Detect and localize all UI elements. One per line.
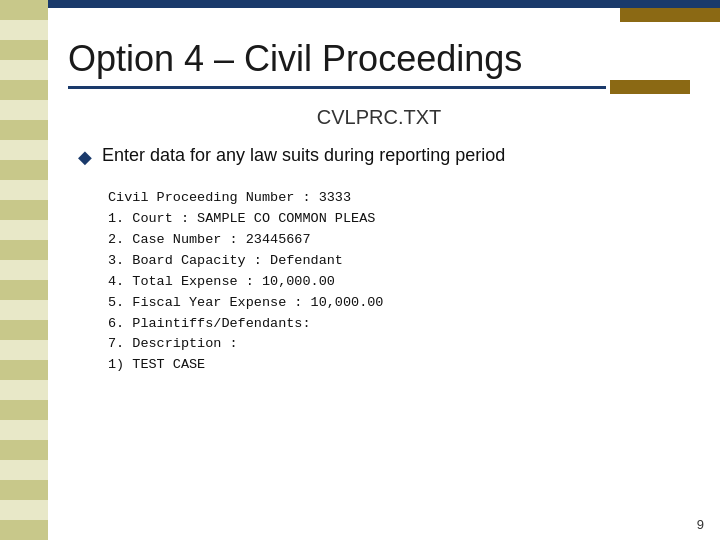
page-title: Option 4 – Civil Proceedings bbox=[68, 38, 690, 80]
code-block: Civil Proceeding Number : 3333 1. Court … bbox=[68, 188, 690, 376]
divider-accent bbox=[610, 80, 690, 94]
code-line-9: 1) TEST CASE bbox=[108, 355, 690, 376]
code-line-2: 1. Court : SAMPLE CO COMMON PLEAS bbox=[108, 209, 690, 230]
code-line-4: 3. Board Capacity : Defendant bbox=[108, 251, 690, 272]
title-section: Option 4 – Civil Proceedings bbox=[68, 38, 690, 94]
title-divider-row bbox=[68, 80, 690, 94]
code-line-5: 4. Total Expense : 10,000.00 bbox=[108, 272, 690, 293]
bullet-text: Enter data for any law suits during repo… bbox=[102, 145, 505, 166]
bullet-section: ◆ Enter data for any law suits during re… bbox=[68, 145, 690, 168]
bullet-icon: ◆ bbox=[78, 146, 92, 168]
code-line-1: Civil Proceeding Number : 3333 bbox=[108, 188, 690, 209]
code-line-3: 2. Case Number : 23445667 bbox=[108, 230, 690, 251]
subtitle: CVLPRC.TXT bbox=[68, 106, 690, 129]
code-line-7: 6. Plaintiffs/Defendants: bbox=[108, 314, 690, 335]
code-line-8: 7. Description : bbox=[108, 334, 690, 355]
code-line-6: 5. Fiscal Year Expense : 10,000.00 bbox=[108, 293, 690, 314]
left-stripe bbox=[0, 0, 48, 540]
page-number: 9 bbox=[697, 517, 704, 532]
main-content: Option 4 – Civil Proceedings CVLPRC.TXT … bbox=[48, 0, 720, 540]
divider-line bbox=[68, 86, 606, 89]
